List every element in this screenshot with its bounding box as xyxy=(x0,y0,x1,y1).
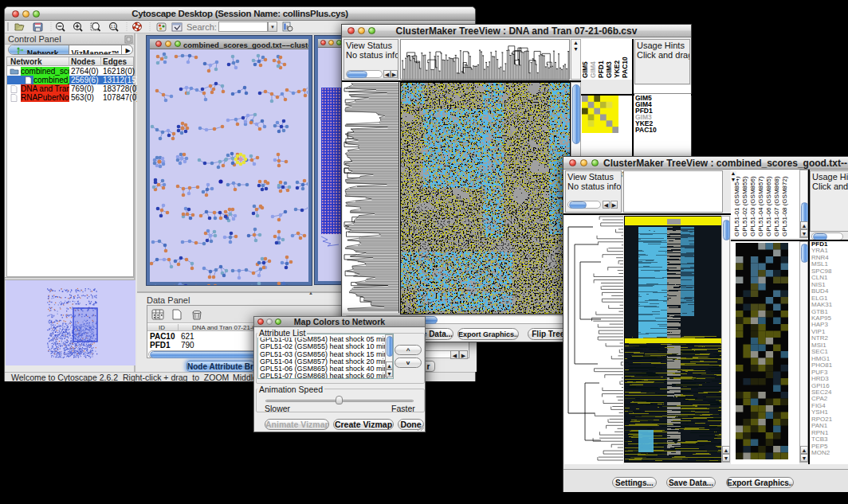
svg-text:GPL51-04 (GSM857): GPL51-04 (GSM857) xyxy=(757,176,764,236)
svg-text:GPL51-02 (GSM855): GPL51-02 (GSM855) xyxy=(741,176,748,236)
svg-text:1:1: 1:1 xyxy=(111,25,116,29)
svg-text:GIM5: GIM5 xyxy=(581,61,589,78)
svg-text:GIM4: GIM4 xyxy=(589,61,597,78)
svg-text:GPL51-03 (GSM856): GPL51-03 (GSM856) xyxy=(749,176,756,236)
svg-text:PAC10: PAC10 xyxy=(621,57,629,78)
svg-text:GPL51-01 (GSM854): GPL51-01 (GSM854) xyxy=(733,176,740,236)
svg-text:PFD1: PFD1 xyxy=(597,61,605,78)
svg-text:YKE2: YKE2 xyxy=(613,61,621,78)
svg-text:GPL51-08 (GSM872): GPL51-08 (GSM872) xyxy=(781,176,788,236)
svg-text:GPL51-06 (GSM865): GPL51-06 (GSM865) xyxy=(765,176,772,236)
svg-text:GIM3: GIM3 xyxy=(605,61,613,78)
svg-text:GPL51-07 (GSM868): GPL51-07 (GSM868) xyxy=(773,176,780,236)
